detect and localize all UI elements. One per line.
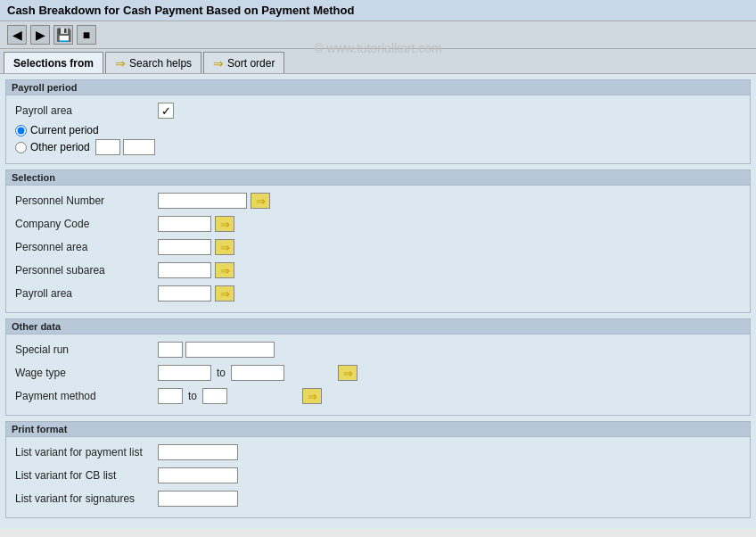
print-format-section: Print format List variant for payment li… bbox=[5, 421, 751, 518]
company-code-row: Company Code ⇒ bbox=[15, 214, 741, 234]
personnel-subarea-row: Personnel subarea ⇒ bbox=[15, 260, 741, 280]
payment-method-input2[interactable] bbox=[202, 388, 227, 404]
list-variant-signatures-label: List variant for signatures bbox=[15, 492, 158, 505]
personnel-number-input[interactable] bbox=[158, 193, 247, 209]
other-period-radio[interactable] bbox=[15, 142, 27, 153]
payroll-area-row: Payroll area ✓ bbox=[15, 101, 741, 120]
payment-method-row: Payment method to ⇒ bbox=[15, 386, 741, 406]
payment-method-arrow-btn[interactable]: ⇒ bbox=[302, 388, 322, 404]
other-period-label: Other period bbox=[30, 141, 90, 153]
list-variant-signatures-row: List variant for signatures bbox=[15, 489, 741, 508]
other-period-input1[interactable] bbox=[95, 139, 120, 155]
payroll-area-checkbox[interactable]: ✓ bbox=[158, 103, 174, 119]
local-layout-icon[interactable]: ■ bbox=[77, 25, 96, 45]
other-data-section: Other data Special run Wage type to ⇒ Pa… bbox=[5, 318, 751, 416]
personnel-area-arrow-btn[interactable]: ⇒ bbox=[215, 239, 234, 255]
wage-type-arrow-btn[interactable]: ⇒ bbox=[338, 365, 357, 381]
tab-sort-order-label: Sort order bbox=[227, 57, 275, 70]
list-variant-signatures-input[interactable] bbox=[158, 491, 238, 507]
personnel-number-arrow-btn[interactable]: ⇒ bbox=[251, 193, 270, 209]
personnel-area-arrow-icon: ⇒ bbox=[220, 241, 230, 254]
wage-type-input1[interactable] bbox=[158, 365, 211, 381]
main-content: Payroll period Payroll area ✓ Current pe… bbox=[0, 74, 756, 529]
wage-type-label: Wage type bbox=[15, 367, 158, 379]
personnel-number-row: Personnel Number ⇒ bbox=[15, 191, 741, 211]
title-bar: Cash Breakdown for Cash Payment Based on… bbox=[0, 0, 756, 21]
other-data-header: Other data bbox=[6, 319, 750, 335]
payment-method-to-label: to bbox=[188, 390, 197, 402]
back-icon[interactable]: ◀ bbox=[7, 25, 27, 45]
tab-search-helps-label: Search helps bbox=[129, 57, 192, 70]
personnel-area-row: Personnel area ⇒ bbox=[15, 237, 741, 257]
payroll-area-sel-arrow-btn[interactable]: ⇒ bbox=[215, 285, 234, 302]
payroll-area-sel-label: Payroll area bbox=[15, 287, 158, 300]
tab-sort-order[interactable]: ⇒ Sort order bbox=[203, 52, 284, 73]
page-title: Cash Breakdown for Cash Payment Based on… bbox=[7, 4, 354, 17]
personnel-subarea-arrow-btn[interactable]: ⇒ bbox=[215, 262, 234, 278]
list-variant-cb-label: List variant for CB list bbox=[15, 469, 158, 482]
payroll-area-sel-row: Payroll area ⇒ bbox=[15, 284, 741, 303]
tab-selections-from-label: Selections from bbox=[13, 57, 94, 70]
payroll-period-section: Payroll period Payroll area ✓ Current pe… bbox=[5, 79, 751, 164]
list-variant-payment-row: List variant for payment list bbox=[15, 442, 741, 462]
current-period-row: Current period bbox=[15, 124, 741, 136]
personnel-area-input[interactable] bbox=[158, 239, 211, 255]
toolbar: ◀ ▶ 💾 ■ © www.tutorialkart.com bbox=[0, 21, 756, 49]
payment-method-label: Payment method bbox=[15, 390, 158, 402]
special-run-input1[interactable] bbox=[158, 342, 183, 358]
tab-bar: Selections from ⇒ Search helps ⇒ Sort or… bbox=[0, 49, 756, 74]
personnel-subarea-label: Personnel subarea bbox=[15, 264, 158, 277]
personnel-number-arrow-icon: ⇒ bbox=[256, 194, 266, 208]
personnel-subarea-arrow-icon: ⇒ bbox=[220, 264, 230, 277]
tab-search-helps[interactable]: ⇒ Search helps bbox=[105, 52, 201, 73]
payment-method-arrow-icon: ⇒ bbox=[308, 390, 317, 403]
save-icon[interactable]: 💾 bbox=[53, 25, 73, 45]
print-format-body: List variant for payment list List varia… bbox=[6, 437, 750, 517]
company-code-label: Company Code bbox=[15, 218, 158, 230]
personnel-number-label: Personnel Number bbox=[15, 194, 158, 207]
selection-header: Selection bbox=[6, 170, 750, 186]
other-period-row: Other period bbox=[15, 139, 741, 155]
payroll-area-sel-arrow-icon: ⇒ bbox=[220, 287, 230, 301]
payroll-period-body: Payroll area ✓ Current period Other peri… bbox=[6, 95, 750, 163]
list-variant-cb-input[interactable] bbox=[158, 467, 238, 483]
payroll-area-label: Payroll area bbox=[15, 104, 158, 117]
list-variant-payment-input[interactable] bbox=[158, 444, 238, 460]
tab-selections-from[interactable]: Selections from bbox=[4, 52, 103, 73]
other-period-input2[interactable] bbox=[123, 139, 155, 155]
special-run-input2[interactable] bbox=[185, 342, 275, 358]
selection-body: Personnel Number ⇒ Company Code ⇒ Person… bbox=[6, 186, 750, 312]
tab-search-helps-arrow: ⇒ bbox=[115, 56, 126, 70]
personnel-area-label: Personnel area bbox=[15, 241, 158, 253]
forward-icon[interactable]: ▶ bbox=[30, 25, 50, 45]
wage-type-row: Wage type to ⇒ bbox=[15, 363, 741, 383]
wage-type-arrow-icon: ⇒ bbox=[343, 367, 353, 380]
wage-type-input2[interactable] bbox=[231, 365, 284, 381]
personnel-subarea-input[interactable] bbox=[158, 262, 211, 278]
special-run-row: Special run bbox=[15, 340, 741, 359]
payroll-period-header: Payroll period bbox=[6, 80, 750, 95]
company-code-arrow-icon: ⇒ bbox=[220, 218, 230, 231]
list-variant-payment-label: List variant for payment list bbox=[15, 446, 158, 459]
payroll-area-sel-input[interactable] bbox=[158, 285, 211, 302]
current-period-label: Current period bbox=[30, 124, 99, 136]
payment-method-input1[interactable] bbox=[158, 388, 183, 404]
special-run-label: Special run bbox=[15, 343, 158, 356]
other-data-body: Special run Wage type to ⇒ Payment metho… bbox=[6, 335, 750, 415]
current-period-radio[interactable] bbox=[15, 125, 27, 136]
list-variant-cb-row: List variant for CB list bbox=[15, 466, 741, 485]
selection-section: Selection Personnel Number ⇒ Company Cod… bbox=[5, 169, 751, 313]
wage-type-to-label: to bbox=[217, 367, 226, 379]
print-format-header: Print format bbox=[6, 422, 750, 437]
company-code-arrow-btn[interactable]: ⇒ bbox=[215, 216, 234, 232]
company-code-input[interactable] bbox=[158, 216, 211, 232]
tab-sort-order-arrow: ⇒ bbox=[213, 56, 224, 70]
